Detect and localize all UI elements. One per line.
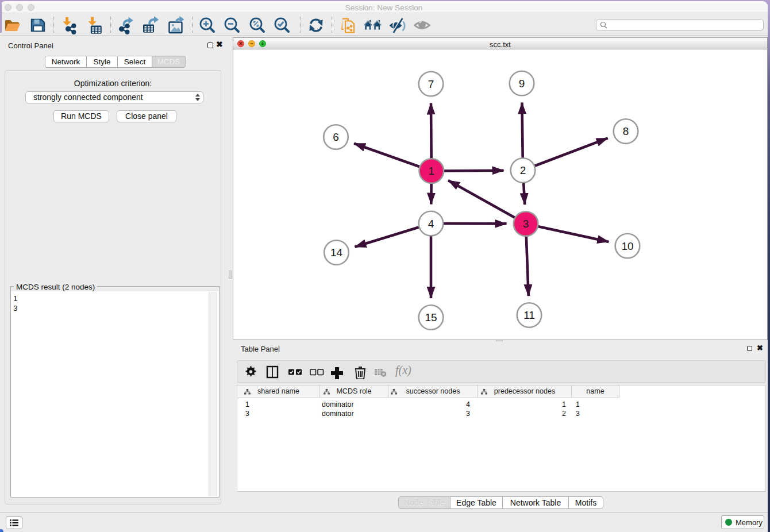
svg-text:7: 7 [428,78,434,90]
svg-text:10: 10 [621,240,633,252]
svg-text:11: 11 [523,309,535,321]
svg-text:6: 6 [333,131,339,143]
svg-text:8: 8 [623,125,629,137]
svg-text:2: 2 [520,164,526,176]
svg-text:15: 15 [425,311,437,323]
svg-text:1: 1 [429,165,435,177]
svg-text:3: 3 [523,218,529,230]
svg-text:9: 9 [519,78,525,90]
svg-text:4: 4 [428,218,434,230]
svg-text:14: 14 [330,246,343,259]
